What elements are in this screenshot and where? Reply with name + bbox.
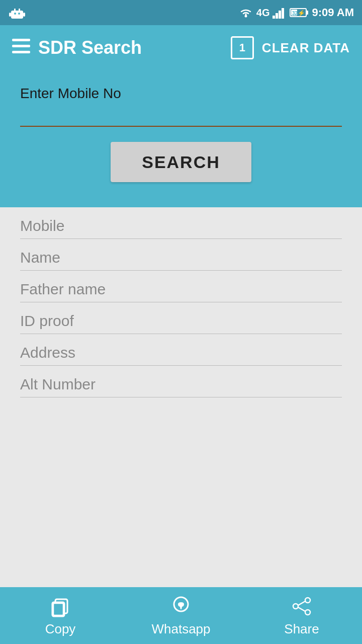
svg-rect-19 xyxy=(12,51,30,53)
badge-count: 1 xyxy=(239,41,245,54)
svg-rect-9 xyxy=(276,13,278,19)
svg-rect-11 xyxy=(282,8,284,19)
results-section: Mobile Name Father name ID proof Address… xyxy=(0,207,362,423)
svg-rect-10 xyxy=(279,11,281,19)
network-type: 4G xyxy=(256,7,270,19)
svg-rect-2 xyxy=(23,13,25,17)
share-nav-label: Share xyxy=(284,621,319,637)
app-title: SDR Search xyxy=(38,37,142,58)
svg-rect-13 xyxy=(306,11,308,15)
svg-rect-1 xyxy=(9,13,11,17)
svg-point-6 xyxy=(18,13,20,15)
address-field-label: Address xyxy=(20,344,342,361)
id-proof-field-divider xyxy=(20,334,342,334)
status-time: 9:09 AM xyxy=(312,6,354,19)
address-field-group: Address xyxy=(20,344,342,371)
name-field-label: Name xyxy=(20,249,342,266)
bottom-nav-spacer xyxy=(0,423,362,479)
name-field-group: Name xyxy=(20,249,342,276)
bottom-navigation: Copy Whatsapp Share xyxy=(0,587,362,644)
id-proof-field-label: ID proof xyxy=(20,312,342,330)
svg-rect-0 xyxy=(11,11,23,19)
mobile-number-input[interactable] xyxy=(20,107,342,127)
share-nav-item[interactable]: Share xyxy=(241,594,362,637)
svg-rect-8 xyxy=(273,16,275,19)
alt-number-field-label: Alt Number xyxy=(20,376,342,393)
svg-point-5 xyxy=(14,13,16,15)
name-field-divider xyxy=(20,270,342,271)
mobile-field-divider xyxy=(20,238,342,239)
copy-icon xyxy=(48,594,72,618)
svg-line-27 xyxy=(298,601,305,605)
status-bar-left xyxy=(8,4,26,22)
mobile-input-label: Enter Mobile No xyxy=(20,86,342,102)
whatsapp-icon xyxy=(169,594,193,618)
battery-icon: 32 ⚡ xyxy=(290,7,309,18)
svg-text:32: 32 xyxy=(292,11,298,16)
svg-line-28 xyxy=(298,607,305,611)
id-proof-field-group: ID proof xyxy=(20,312,342,339)
menu-icon[interactable] xyxy=(12,37,30,58)
badge-icon[interactable]: 1 xyxy=(231,36,254,59)
father-name-field-group: Father name xyxy=(20,281,342,307)
whatsapp-nav-item[interactable]: Whatsapp xyxy=(121,594,241,637)
hamburger-icon xyxy=(12,39,30,54)
svg-rect-21 xyxy=(52,602,64,616)
alt-number-field-divider xyxy=(20,397,342,397)
mobile-field-label: Mobile xyxy=(20,217,342,234)
svg-point-26 xyxy=(305,610,310,615)
share-icon xyxy=(290,594,314,618)
svg-point-24 xyxy=(305,598,310,603)
signal-icon xyxy=(273,7,287,19)
father-name-field-divider xyxy=(20,302,342,302)
mobile-field-group: Mobile xyxy=(20,217,342,244)
father-name-field-label: Father name xyxy=(20,281,342,298)
android-icon xyxy=(8,4,26,22)
copy-nav-item[interactable]: Copy xyxy=(0,594,121,637)
svg-point-25 xyxy=(293,604,298,609)
clear-data-button[interactable]: CLEAR DATA xyxy=(262,40,350,56)
svg-point-7 xyxy=(244,15,247,18)
app-bar: SDR Search 1 CLEAR DATA xyxy=(0,25,362,70)
svg-rect-3 xyxy=(14,9,16,12)
svg-rect-17 xyxy=(12,39,30,41)
address-field-divider xyxy=(20,365,342,366)
copy-nav-label: Copy xyxy=(45,621,76,637)
svg-text:⚡: ⚡ xyxy=(298,9,305,17)
alt-number-field-group: Alt Number xyxy=(20,376,342,403)
app-bar-left: SDR Search xyxy=(12,37,142,58)
whatsapp-nav-label: Whatsapp xyxy=(151,621,210,637)
status-bar-right: 4G 32 ⚡ 9:09 AM xyxy=(238,6,354,19)
svg-rect-4 xyxy=(19,9,20,12)
status-bar: 4G 32 ⚡ 9:09 AM xyxy=(0,0,362,25)
app-bar-right: 1 CLEAR DATA xyxy=(231,36,350,59)
search-section: Enter Mobile No SEARCH xyxy=(0,70,362,207)
svg-rect-18 xyxy=(12,45,30,47)
badge-box: 1 xyxy=(231,36,254,59)
wifi-icon xyxy=(238,7,253,19)
search-button[interactable]: SEARCH xyxy=(111,142,251,182)
